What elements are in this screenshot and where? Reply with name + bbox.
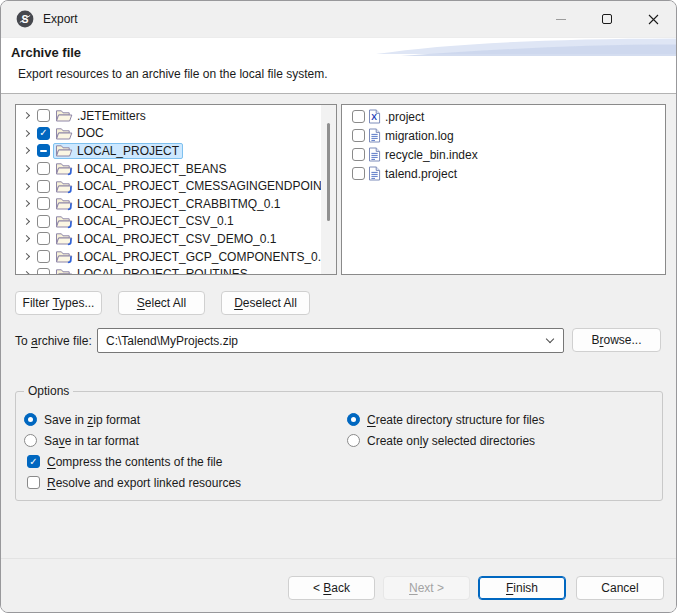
- file-item[interactable]: migration.log: [342, 126, 665, 145]
- tree-item[interactable]: .JETEmitters: [16, 107, 336, 125]
- close-button[interactable]: [630, 1, 676, 37]
- option-row[interactable]: Compress the contents of the file: [24, 451, 241, 472]
- option-row[interactable]: Save in tar format: [24, 430, 241, 451]
- expand-chevron-icon[interactable]: [19, 113, 34, 118]
- expand-chevron-icon[interactable]: [19, 184, 34, 189]
- tree-item-label: LOCAL_PROJECT_CMESSAGINGENDPOINT_0.1: [77, 179, 337, 193]
- tree-item[interactable]: LOCAL_PROJECT_BEANS: [16, 160, 336, 178]
- folder-icon: [55, 126, 73, 141]
- tree-item-selection: .JETEmitters: [53, 108, 150, 124]
- options-right-column: Create directory structure for filesCrea…: [347, 409, 544, 451]
- options-group: Options Save in zip formatSave in tar fo…: [15, 384, 663, 501]
- file-item-label: .project: [385, 110, 424, 124]
- tree-item-selection: DOC: [53, 125, 108, 141]
- expand-chevron-icon[interactable]: [19, 131, 34, 136]
- tree-item-selection: LOCAL_PROJECT_CSV_0.1: [53, 213, 238, 229]
- file-item[interactable]: talend.project: [342, 164, 665, 183]
- cancel-button[interactable]: Cancel: [576, 576, 664, 600]
- archive-file-label: To archive file:: [15, 328, 92, 353]
- folder-ref-icon: [55, 179, 73, 194]
- option-label: Compress the contents of the file: [47, 455, 222, 469]
- expand-chevron-icon[interactable]: [19, 272, 34, 275]
- checkbox[interactable]: [27, 455, 40, 468]
- tree-scrollbar-thumb[interactable]: [327, 123, 330, 221]
- deselect-all-button[interactable]: Deselect All: [221, 291, 310, 315]
- file-item[interactable]: recycle_bin.index: [342, 145, 665, 164]
- checkbox[interactable]: [37, 144, 50, 157]
- checkbox[interactable]: [37, 197, 50, 210]
- radio-button[interactable]: [24, 413, 37, 426]
- select-all-button[interactable]: Select All: [118, 291, 205, 315]
- tree-item[interactable]: LOCAL_PROJECT_CSV_DEMO_0.1: [16, 230, 336, 248]
- browse-button[interactable]: Browse...: [572, 328, 661, 352]
- option-label: Resolve and export linked resources: [47, 476, 241, 490]
- checkbox[interactable]: [37, 127, 50, 140]
- expand-chevron-icon[interactable]: [19, 236, 34, 241]
- svg-text:X: X: [371, 112, 377, 122]
- chevron-down-icon[interactable]: [546, 335, 554, 343]
- radio-button[interactable]: [347, 434, 360, 447]
- tree-item[interactable]: LOCAL_PROJECT_CSV_0.1: [16, 213, 336, 231]
- header-swoosh: [376, 38, 676, 60]
- tree-item[interactable]: LOCAL_PROJECT: [16, 142, 336, 160]
- tree-item-selection: LOCAL_PROJECT_CMESSAGINGENDPOINT_0.1: [53, 178, 337, 194]
- page-title: Archive file: [11, 45, 81, 60]
- tree-item[interactable]: LOCAL_PROJECT_ROUTINES: [16, 265, 336, 275]
- tree-item[interactable]: DOC: [16, 125, 336, 143]
- option-label-text: Save in zip format: [44, 413, 140, 427]
- tree-item[interactable]: LOCAL_PROJECT_CMESSAGINGENDPOINT_0.1: [16, 177, 336, 195]
- checkbox[interactable]: [27, 476, 40, 489]
- wizard-banner: Archive file Export resources to an arch…: [1, 37, 676, 94]
- tree-item-selection: LOCAL_PROJECT_CRABBITMQ_0.1: [53, 196, 284, 212]
- radio-button[interactable]: [347, 413, 360, 426]
- file-text-icon: [368, 128, 381, 143]
- checkbox[interactable]: [37, 268, 50, 275]
- checkbox[interactable]: [37, 250, 50, 263]
- checkbox[interactable]: [37, 232, 50, 245]
- archive-file-value: C:\Talend\MyProjects.zip: [106, 334, 238, 348]
- filter-types-button[interactable]: Filter Types...: [15, 291, 102, 315]
- folder-icon: [55, 108, 73, 123]
- checkbox[interactable]: [352, 129, 365, 142]
- tree-item[interactable]: LOCAL_PROJECT_GCP_COMPONENTS_0.1: [16, 248, 336, 266]
- minimize-button[interactable]: [538, 1, 584, 37]
- archive-file-combo[interactable]: C:\Talend\MyProjects.zip: [97, 328, 564, 353]
- checkbox[interactable]: [352, 148, 365, 161]
- tree-item-selection: LOCAL_PROJECT: [53, 143, 183, 159]
- window-controls: [538, 1, 676, 37]
- maximize-icon: [602, 14, 612, 24]
- next-button[interactable]: Next >: [383, 576, 470, 600]
- footer: < Back Next > Finish Cancel: [1, 558, 676, 612]
- options-left-column: Save in zip formatSave in tar formatComp…: [24, 409, 241, 493]
- back-button[interactable]: < Back: [288, 576, 375, 600]
- file-xml-icon: X: [368, 109, 381, 124]
- option-row[interactable]: Resolve and export linked resources: [24, 472, 241, 493]
- checkbox[interactable]: [37, 109, 50, 122]
- options-group-label: Options: [24, 384, 73, 398]
- folder-ref-icon: [55, 249, 73, 264]
- titlebar[interactable]: S Export: [1, 1, 676, 37]
- tree-item-label: LOCAL_PROJECT_GCP_COMPONENTS_0.1: [77, 250, 328, 264]
- minimize-icon: [556, 19, 566, 20]
- checkbox[interactable]: [37, 180, 50, 193]
- expand-chevron-icon[interactable]: [19, 201, 34, 206]
- option-row[interactable]: Save in zip format: [24, 409, 241, 430]
- checkbox[interactable]: [352, 110, 365, 123]
- finish-button[interactable]: Finish: [478, 576, 566, 600]
- expand-chevron-icon[interactable]: [19, 254, 34, 259]
- expand-chevron-icon[interactable]: [19, 166, 34, 171]
- option-row[interactable]: Create directory structure for files: [347, 409, 544, 430]
- expand-chevron-icon[interactable]: [19, 148, 34, 153]
- option-row[interactable]: Create only selected directories: [347, 430, 544, 451]
- checkbox[interactable]: [37, 162, 50, 175]
- tree-item[interactable]: LOCAL_PROJECT_CRABBITMQ_0.1: [16, 195, 336, 213]
- maximize-button[interactable]: [584, 1, 630, 37]
- option-label-text: Create only selected directories: [367, 434, 535, 448]
- radio-button[interactable]: [24, 434, 37, 447]
- checkbox[interactable]: [352, 167, 365, 180]
- checkbox[interactable]: [37, 215, 50, 228]
- export-dialog: S Export Archive file Export resource: [0, 0, 677, 613]
- file-item[interactable]: X.project: [342, 107, 665, 126]
- tree-scrollbar-track[interactable]: [321, 105, 336, 274]
- expand-chevron-icon[interactable]: [19, 219, 34, 224]
